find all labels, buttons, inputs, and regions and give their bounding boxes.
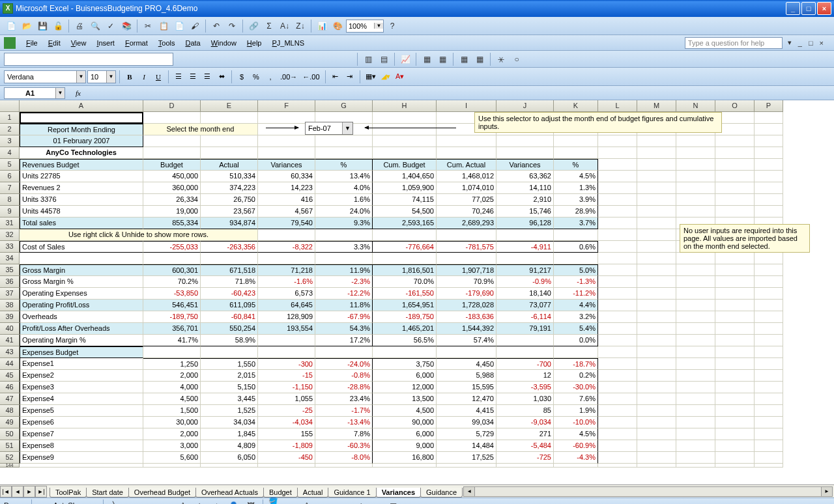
cell[interactable]: -2.3% [315,276,373,288]
column-header[interactable]: P [755,100,783,112]
row-header[interactable]: 31 [0,217,20,229]
cell[interactable] [143,253,201,264]
cell[interactable]: -183,636 [437,311,496,323]
cell[interactable]: 450,000 [143,171,201,182]
cell[interactable]: 41.7% [143,335,201,346]
cell[interactable]: 34,034 [201,417,258,428]
cell[interactable]: % [554,159,598,171]
cell[interactable] [755,206,783,217]
cell[interactable]: -189,750 [143,311,201,323]
cell[interactable]: 74,115 [373,194,437,206]
cell[interactable] [373,112,437,124]
cell[interactable] [598,206,637,217]
row-header[interactable]: 2 [0,124,20,135]
cell[interactable] [554,135,598,147]
cell[interactable]: Gross Margin [20,264,143,276]
cell[interactable] [20,253,143,264]
cell[interactable]: Expense4 [20,393,143,405]
fill-color-button[interactable]: ◢▾ [379,70,392,83]
cell[interactable] [637,346,676,358]
chevron-down-icon[interactable]: ▼ [342,122,352,134]
cell[interactable] [437,147,496,159]
row-header[interactable]: 5 [0,159,20,171]
cell[interactable] [315,229,373,241]
cell[interactable]: 855,334 [143,217,201,229]
cell[interactable] [258,335,315,346]
row-header[interactable]: 48 [0,405,20,417]
cell[interactable] [676,311,715,323]
cell[interactable] [715,147,755,159]
cell[interactable]: 15,746 [496,206,554,217]
cell[interactable]: 3,000 [143,440,201,452]
chevron-down-icon[interactable]: ▼ [55,88,65,98]
cell[interactable]: 63,362 [496,171,554,182]
cell[interactable]: 1,728,028 [437,300,496,311]
cell[interactable] [715,182,755,194]
row-header[interactable]: 41 [0,335,20,346]
sort-asc-icon[interactable]: A↓ [278,19,292,33]
cell[interactable]: 1,654,951 [373,300,437,311]
sheet-tab[interactable]: Start date [86,488,129,497]
3d-icon[interactable]: ◧ [386,499,401,505]
cell[interactable]: 1,845 [201,428,258,440]
cell[interactable] [554,346,598,358]
cell[interactable]: Variances [496,159,554,171]
cell[interactable] [201,464,258,468]
cell[interactable]: Operating Profit/Loss [20,300,143,311]
cell[interactable]: 70.0% [373,276,437,288]
fill-color-icon[interactable]: 🪣▾ [268,499,282,505]
font-color-button[interactable]: A▾ [394,70,407,83]
column-header[interactable]: M [637,100,676,112]
cell[interactable] [755,182,783,194]
cell[interactable]: 77,025 [437,194,496,206]
cell[interactable] [715,276,755,288]
cell[interactable] [598,276,637,288]
cell[interactable] [598,194,637,206]
cell[interactable]: 2,593,165 [373,217,437,229]
cell[interactable] [715,393,755,405]
cell[interactable]: 26,750 [201,194,258,206]
row-header[interactable]: 8 [0,194,20,206]
cell[interactable] [496,335,554,346]
autoshapes-menu[interactable]: AutoShapes ▾ [53,501,98,504]
save-icon[interactable]: 💾 [35,19,50,33]
cell[interactable] [755,346,783,358]
cell[interactable] [755,194,783,206]
cell[interactable] [143,464,201,468]
cell[interactable] [201,147,258,159]
cell[interactable]: 1,404,650 [373,171,437,182]
cell[interactable]: 28.9% [554,206,598,217]
cell[interactable] [637,276,676,288]
arrow-style-icon[interactable]: ⇄ [352,499,367,505]
cell[interactable]: -53,850 [143,288,201,300]
row-header[interactable]: 3 [0,135,20,147]
cell[interactable]: 1,465,201 [373,323,437,335]
cell[interactable] [715,323,755,335]
cell[interactable] [755,311,783,323]
cell[interactable] [373,253,437,264]
row-header[interactable]: 1 [0,112,20,124]
cell[interactable]: 56.5% [373,335,437,346]
cell[interactable] [315,346,373,358]
menu-edit[interactable]: Edit [43,37,66,49]
cell[interactable] [637,323,676,335]
cell[interactable] [637,358,676,370]
cell[interactable]: -24.0% [315,358,373,370]
cell[interactable]: 4,415 [437,405,496,417]
cell[interactable] [637,335,676,346]
column-header[interactable]: N [676,100,715,112]
row-header[interactable]: 9 [0,206,20,217]
cell[interactable]: 71.8% [201,276,258,288]
cell[interactable]: 1.6% [315,194,373,206]
cell[interactable]: 5,988 [437,370,496,382]
row-header[interactable]: 47 [0,393,20,405]
row-header[interactable]: 36 [0,276,20,288]
cell[interactable] [676,452,715,464]
cell[interactable]: 01 February 2007 [20,135,143,147]
cell[interactable] [755,159,783,171]
doc-minimize-button[interactable]: _ [797,39,803,47]
cell[interactable] [258,464,315,468]
tab-nav-prev[interactable]: ◄ [12,486,23,497]
cell[interactable] [373,124,437,135]
cell[interactable]: 12 [496,370,554,382]
